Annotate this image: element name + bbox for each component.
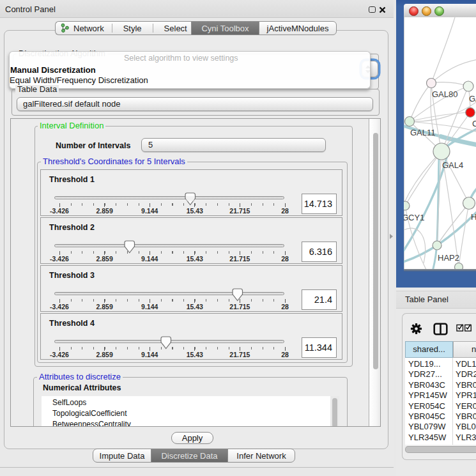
svg-text:GAL4: GAL4	[442, 160, 463, 170]
svg-text:GAL80: GAL80	[432, 89, 457, 99]
svg-text:H: H	[471, 212, 476, 222]
svg-text:C: C	[472, 119, 476, 128]
svg-text:HAP2: HAP2	[438, 253, 459, 263]
svg-text:GCY1: GCY1	[404, 213, 424, 222]
svg-text:GAL11: GAL11	[410, 128, 436, 137]
svg-text:GA: GA	[469, 94, 476, 104]
